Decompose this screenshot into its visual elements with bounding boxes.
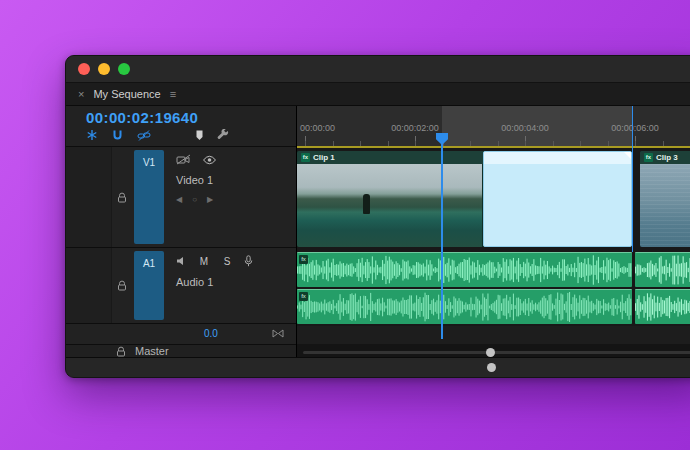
audio-channel-left[interactable] <box>635 252 690 287</box>
audio-clip-1[interactable]: fx fx <box>297 252 632 324</box>
video-clip-3[interactable]: fx Clip 3 <box>640 151 690 247</box>
ruler-label: 00:00:04:00 <box>501 123 549 133</box>
scrollbar-zoom-handle[interactable] <box>486 348 495 357</box>
window-bottom-bar <box>66 357 690 377</box>
nest-icon[interactable] <box>86 129 98 141</box>
panel-menu-icon[interactable]: ≡ <box>170 88 176 100</box>
clip-thumbnail-water <box>640 164 690 247</box>
audio-level-value[interactable]: 0.0 <box>204 328 218 339</box>
prev-keyframe-icon[interactable]: ◀ <box>176 195 182 204</box>
fx-badge-icon[interactable]: fx <box>301 153 310 162</box>
clip-name: Clip 3 <box>656 153 678 162</box>
panel-close-icon[interactable]: × <box>78 88 84 100</box>
pan-bowtie-icon[interactable] <box>272 329 284 338</box>
track-header-spacer <box>66 147 112 247</box>
ruler-label: 00:00:00 <box>300 123 335 133</box>
track-header-v1: V1 Video 1 ◀ ○ ▶ <box>66 146 296 247</box>
sequence-toolbar: 00:00:02:19640 <box>66 106 296 146</box>
track-target-a1[interactable]: A1 <box>134 251 164 320</box>
track-name-master: Master <box>135 345 169 357</box>
playhead-line[interactable] <box>441 136 443 339</box>
timeline-panel: 00:00:02:19640 V1 <box>66 106 690 357</box>
tab-sequence[interactable]: My Sequence <box>93 88 160 100</box>
timeline-tracks-area: 00:00:00 00:00:02:00 00:00:04:00 00:00:0… <box>297 106 690 357</box>
clip-name: Clip 1 <box>313 153 335 162</box>
video-clip-selected[interactable] <box>483 151 632 247</box>
audio-waveform <box>297 290 632 324</box>
mic-icon[interactable] <box>244 255 253 267</box>
solo-button[interactable]: S <box>221 256 233 267</box>
lock-icon[interactable] <box>117 280 127 291</box>
close-window-button[interactable] <box>78 63 90 75</box>
fx-badge-icon[interactable]: fx <box>644 153 653 162</box>
audio-track-a1: fx fx <box>297 250 690 327</box>
minimize-window-button[interactable] <box>98 63 110 75</box>
audio-channel-right[interactable]: fx <box>297 289 632 324</box>
track-header-master: Master <box>66 344 296 357</box>
empty-track-row <box>297 326 690 345</box>
next-keyframe-icon[interactable]: ▶ <box>207 195 213 204</box>
ruler-label: 00:00:02:00 <box>391 123 439 133</box>
scrollbar-zoom-handle[interactable] <box>487 363 496 372</box>
audio-waveform <box>635 253 690 287</box>
speaker-icon[interactable] <box>176 256 187 266</box>
track-target-v1[interactable]: V1 <box>134 150 164 244</box>
linked-selection-icon[interactable] <box>137 130 151 141</box>
person-silhouette <box>363 194 370 214</box>
clip-thumbnail-mountain <box>297 164 482 247</box>
audio-channel-right[interactable] <box>635 289 690 324</box>
track-header-column: 00:00:02:19640 V1 <box>66 106 297 357</box>
audio-waveform <box>297 253 632 287</box>
titlebar[interactable] <box>66 56 690 83</box>
audio-waveform <box>635 290 690 324</box>
mute-button[interactable]: M <box>198 256 210 267</box>
track-output-eye-icon[interactable] <box>202 155 217 165</box>
fx-badge-icon[interactable]: fx <box>299 292 308 301</box>
panel-tab-bar: × My Sequence ≡ <box>66 83 690 106</box>
zoom-window-button[interactable] <box>118 63 130 75</box>
timeline-settings-wrench-icon[interactable] <box>217 129 229 141</box>
audio-clip-3[interactable] <box>635 252 690 324</box>
add-keyframe-icon[interactable]: ○ <box>192 195 197 204</box>
ruler-label: 00:00:06:00 <box>611 123 659 133</box>
app-window: × My Sequence ≡ 00:00:02:19640 <box>65 55 690 378</box>
timeline-horizontal-scrollbar[interactable] <box>297 344 690 357</box>
track-name-video1: Video 1 <box>176 174 290 186</box>
track-header-a1: A1 M S Audio 1 <box>66 247 296 323</box>
audio-channel-left[interactable]: fx <box>297 252 632 287</box>
clip-out-point-line <box>632 106 633 252</box>
add-marker-icon[interactable] <box>195 129 204 141</box>
audio-mixer-row: 0.0 <box>66 323 296 344</box>
track-name-audio1: Audio 1 <box>176 276 290 288</box>
playhead-timecode[interactable]: 00:00:02:19640 <box>86 109 296 126</box>
track-header-spacer <box>66 248 112 323</box>
snap-magnet-icon[interactable] <box>111 129 124 141</box>
lock-icon[interactable] <box>116 346 126 357</box>
lock-icon[interactable] <box>117 192 127 203</box>
fx-badge-icon[interactable]: fx <box>299 255 308 264</box>
sync-lock-camera-icon[interactable] <box>176 154 191 165</box>
